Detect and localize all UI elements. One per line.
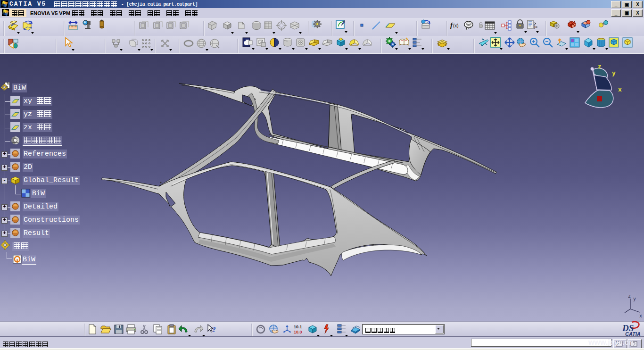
svg-text:z: z: [628, 294, 631, 299]
svg-text:x: x: [618, 86, 622, 93]
svg-text:10.0: 10.0: [294, 330, 302, 334]
svg-text:z: z: [598, 63, 602, 70]
svg-text:)=: )=: [534, 25, 537, 29]
svg-text:?: ?: [212, 325, 216, 333]
svg-text:y: y: [612, 70, 616, 77]
svg-text:x: x: [639, 314, 642, 319]
svg-text:10.1: 10.1: [294, 325, 302, 329]
svg-text:(x): (x): [453, 23, 459, 28]
svg-text:y: y: [633, 297, 636, 302]
